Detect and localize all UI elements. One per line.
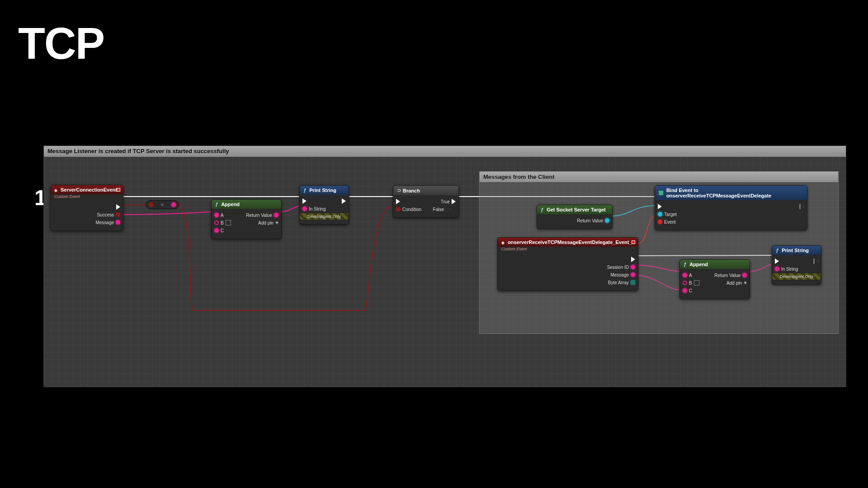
pin-label: Condition xyxy=(402,207,421,212)
string-out-pin[interactable] xyxy=(116,220,120,225)
pin-label: Success xyxy=(97,212,114,217)
delegate-pin-icon[interactable] xyxy=(117,188,120,192)
pin-label: B xyxy=(689,281,692,286)
node-get-socket-server-target[interactable]: Get Socket Server Target Return Value xyxy=(537,205,613,229)
string-in-pin[interactable] xyxy=(775,267,779,271)
node-header[interactable]: Append xyxy=(212,200,281,209)
exec-in-pin[interactable] xyxy=(396,199,400,204)
branch-icon: ⊃ xyxy=(397,188,401,193)
pin-label: B xyxy=(221,221,224,225)
node-header[interactable]: Print String xyxy=(300,186,349,195)
page-title: TCP xyxy=(18,18,104,69)
string-in-pin[interactable] xyxy=(214,213,219,217)
exec-out-pin[interactable] xyxy=(814,258,818,264)
pin-label: In String xyxy=(781,267,798,272)
node-subtitle: Custom Event xyxy=(51,194,123,201)
add-pin-label: Add pin xyxy=(258,221,274,225)
bool-in-pin[interactable] xyxy=(396,207,401,211)
pin-label: False xyxy=(433,207,444,212)
node-onserver-receive-event[interactable]: onserverReceiveTCPMessageEventDelegate_E… xyxy=(497,237,638,291)
pin-label: Message xyxy=(610,272,629,277)
exec-in-pin[interactable] xyxy=(775,258,779,264)
pin-label: A xyxy=(221,213,224,218)
string-out-pin[interactable] xyxy=(274,213,278,217)
bool-out-pin[interactable] xyxy=(116,212,120,217)
string-in-pin[interactable] xyxy=(683,273,687,277)
pin-label: In String xyxy=(309,206,326,211)
delegate-in-pin[interactable] xyxy=(658,220,662,224)
exec-false-pin[interactable] xyxy=(446,206,450,212)
pin-label: True xyxy=(441,199,450,204)
pin-label: Byte Array xyxy=(608,280,629,285)
node-print-string-1[interactable]: Print String In String Development Only … xyxy=(299,185,349,225)
reroute-out-pin[interactable] xyxy=(171,202,176,207)
exec-in-pin[interactable] xyxy=(302,198,307,204)
exec-true-pin[interactable] xyxy=(452,199,456,204)
exec-out-pin[interactable] xyxy=(631,257,635,262)
add-pin-button[interactable]: Add pin+ xyxy=(726,280,747,286)
exec-out-pin[interactable] xyxy=(116,204,120,210)
string-in-pin[interactable] xyxy=(214,228,219,233)
pin-label: C xyxy=(689,288,692,293)
node-header[interactable]: Get Socket Server Target xyxy=(537,205,612,214)
reroute-dot xyxy=(161,203,164,206)
pin-label: C xyxy=(221,228,224,233)
plus-icon: + xyxy=(275,220,278,226)
node-subtitle: Custom Event xyxy=(498,247,638,253)
text-input[interactable] xyxy=(694,280,699,286)
node-title: Branch xyxy=(403,188,420,193)
string-out-pin[interactable] xyxy=(631,265,635,269)
add-pin-label: Add pin xyxy=(726,281,742,286)
pin-label: Event xyxy=(664,220,676,225)
string-out-pin[interactable] xyxy=(631,272,635,277)
node-print-string-2[interactable]: Print String In String Development Only … xyxy=(772,245,821,285)
object-out-pin[interactable] xyxy=(605,218,609,223)
node-header[interactable]: Print String xyxy=(772,246,821,255)
add-pin-button[interactable]: Add pin+ xyxy=(258,220,278,226)
node-append-2[interactable]: Append AReturn Value BAdd pin+ C xyxy=(679,259,750,299)
exec-out-pin[interactable] xyxy=(342,198,346,204)
reroute-node[interactable] xyxy=(146,200,179,209)
node-header[interactable]: Append xyxy=(680,260,750,269)
node-branch[interactable]: ⊃Branch True ConditionFalse xyxy=(393,185,459,218)
pin-label: Message xyxy=(95,220,114,225)
node-title: Bind Event to onserverReceiveTCPMessageE… xyxy=(666,188,803,198)
pin-label: Return Value xyxy=(577,218,603,223)
text-input[interactable] xyxy=(226,220,231,225)
array-out-pin[interactable] xyxy=(631,280,635,285)
plus-icon: + xyxy=(744,280,747,286)
pin-label: Target xyxy=(664,212,677,217)
node-title: ServerConnectionEvent xyxy=(61,187,117,192)
exec-out-pin[interactable] xyxy=(800,204,804,209)
node-header[interactable]: ⊃Branch xyxy=(393,186,458,195)
node-bind-event[interactable]: Bind Event to onserverReceiveTCPMessageE… xyxy=(655,185,807,230)
node-title: Get Socket Server Target xyxy=(547,207,606,212)
node-header[interactable]: Bind Event to onserverReceiveTCPMessageE… xyxy=(655,186,807,200)
pin-label: Return Value xyxy=(714,273,741,278)
pin-label: A xyxy=(689,273,692,278)
node-title: Append xyxy=(689,262,708,267)
node-header[interactable]: ServerConnectionEvent xyxy=(51,185,123,194)
node-server-connection-event[interactable]: ServerConnectionEvent Custom Event Succe… xyxy=(50,185,123,231)
pin-label: Session ID xyxy=(607,265,629,270)
node-title: onserverReceiveTCPMessageEventDelegate_E… xyxy=(508,239,635,245)
graph-grid[interactable]: Messages from the Client ServerConnectio… xyxy=(44,157,846,387)
exec-in-pin[interactable] xyxy=(658,204,662,209)
string-in-pin[interactable] xyxy=(683,288,687,293)
string-in-pin[interactable] xyxy=(683,281,687,285)
node-header[interactable]: onserverReceiveTCPMessageEventDelegate_E… xyxy=(498,238,638,247)
comment-header-main[interactable]: Message Listener is created if TCP Serve… xyxy=(44,146,846,157)
node-title: Print String xyxy=(782,248,809,253)
string-in-pin[interactable] xyxy=(302,206,307,211)
node-append-1[interactable]: Append AReturn Value BAdd pin+ C xyxy=(211,199,282,239)
string-out-pin[interactable] xyxy=(742,273,747,277)
delegate-pin-icon[interactable] xyxy=(632,240,635,244)
comment-header-inner[interactable]: Messages from the Client xyxy=(480,172,838,182)
pin-label: Return Value xyxy=(246,213,272,218)
bind-icon xyxy=(659,191,663,195)
node-title: Append xyxy=(221,202,240,207)
string-in-pin[interactable] xyxy=(214,221,219,225)
object-in-pin[interactable] xyxy=(658,212,662,216)
reroute-in-pin[interactable] xyxy=(149,202,153,207)
blueprint-canvas[interactable]: Message Listener is created if TCP Serve… xyxy=(43,145,846,387)
